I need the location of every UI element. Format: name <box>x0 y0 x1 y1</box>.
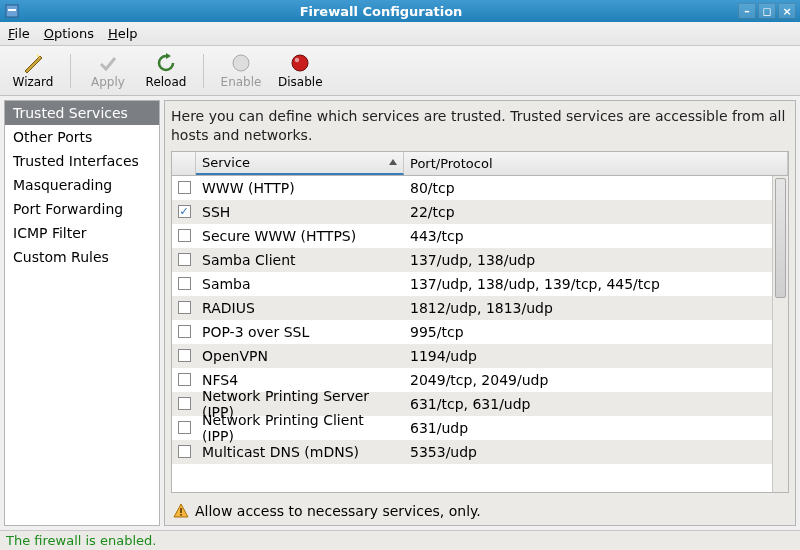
service-port: 137/udp, 138/udp <box>404 252 788 268</box>
service-name: Secure WWW (HTTPS) <box>196 228 404 244</box>
service-port: 5353/udp <box>404 444 788 460</box>
service-checkbox[interactable] <box>178 373 191 386</box>
reload-label: Reload <box>146 75 187 89</box>
service-port: 631/tcp, 631/udp <box>404 396 788 412</box>
enable-label: Enable <box>221 75 262 89</box>
service-name: Samba <box>196 276 404 292</box>
status-text: The firewall is enabled. <box>6 533 156 548</box>
service-checkbox[interactable] <box>178 301 191 314</box>
service-name: Network Printing Client (IPP) <box>196 412 404 444</box>
table-row[interactable]: ✓SSH22/tcp <box>172 200 788 224</box>
disable-icon <box>289 52 311 74</box>
menu-file[interactable]: File <box>8 26 30 41</box>
menu-options[interactable]: Options <box>44 26 94 41</box>
service-checkbox[interactable] <box>178 253 191 266</box>
window-titlebar: Firewall Configuration – ◻ × <box>0 0 800 22</box>
service-name: WWW (HTTP) <box>196 180 404 196</box>
minimize-button[interactable]: – <box>738 3 756 19</box>
service-name: Multicast DNS (mDNS) <box>196 444 404 460</box>
toolbar: Wizard Apply Reload Enable Disable <box>0 46 800 96</box>
table-row[interactable]: Multicast DNS (mDNS)5353/udp <box>172 440 788 464</box>
reload-icon <box>155 52 177 74</box>
apply-icon <box>97 52 119 74</box>
menu-help[interactable]: Help <box>108 26 138 41</box>
hint-text: Allow access to necessary services, only… <box>195 503 481 519</box>
sidebar-item-port-forwarding[interactable]: Port Forwarding <box>5 197 159 221</box>
apply-button: Apply <box>83 49 133 93</box>
disable-button[interactable]: Disable <box>274 49 327 93</box>
service-checkbox[interactable] <box>178 229 191 242</box>
service-port: 137/udp, 138/udp, 139/tcp, 445/tcp <box>404 276 788 292</box>
window-title: Firewall Configuration <box>24 4 738 19</box>
service-checkbox[interactable] <box>178 277 191 290</box>
service-checkbox[interactable]: ✓ <box>178 205 191 218</box>
service-port: 22/tcp <box>404 204 788 220</box>
service-port: 995/tcp <box>404 324 788 340</box>
service-port: 2049/tcp, 2049/udp <box>404 372 788 388</box>
table-row[interactable]: OpenVPN1194/udp <box>172 344 788 368</box>
warning-icon <box>173 503 189 519</box>
close-button[interactable]: × <box>778 3 796 19</box>
apply-label: Apply <box>91 75 125 89</box>
toolbar-separator <box>203 54 204 88</box>
service-checkbox[interactable] <box>178 181 191 194</box>
table-row[interactable]: WWW (HTTP)80/tcp <box>172 176 788 200</box>
table-body: WWW (HTTP)80/tcp✓SSH22/tcpSecure WWW (HT… <box>172 176 788 492</box>
wizard-icon <box>22 52 44 74</box>
svg-point-7 <box>295 58 299 62</box>
toolbar-separator <box>70 54 71 88</box>
col-header-checkbox[interactable] <box>172 152 196 175</box>
panel-hint: Allow access to necessary services, only… <box>171 499 789 519</box>
sidebar-item-other-ports[interactable]: Other Ports <box>5 125 159 149</box>
table-row[interactable]: Samba Client137/udp, 138/udp <box>172 248 788 272</box>
panel-description: Here you can define which services are t… <box>171 107 789 145</box>
svg-point-5 <box>233 55 249 71</box>
vertical-scrollbar[interactable] <box>772 176 788 492</box>
maximize-button[interactable]: ◻ <box>758 3 776 19</box>
enable-icon <box>230 52 252 74</box>
menubar: File Options Help <box>0 22 800 46</box>
table-row[interactable]: RADIUS1812/udp, 1813/udp <box>172 296 788 320</box>
scrollbar-thumb[interactable] <box>775 178 786 298</box>
col-header-service[interactable]: Service <box>196 152 404 175</box>
service-port: 80/tcp <box>404 180 788 196</box>
service-checkbox[interactable] <box>178 325 191 338</box>
wizard-button[interactable]: Wizard <box>8 49 58 93</box>
app-icon <box>4 3 20 19</box>
sidebar-item-masquerading[interactable]: Masquerading <box>5 173 159 197</box>
reload-button[interactable]: Reload <box>141 49 191 93</box>
table-row[interactable]: Samba137/udp, 138/udp, 139/tcp, 445/tcp <box>172 272 788 296</box>
service-checkbox[interactable] <box>178 445 191 458</box>
service-name: Samba Client <box>196 252 404 268</box>
table-header: Service Port/Protocol <box>172 152 788 176</box>
sidebar-item-custom-rules[interactable]: Custom Rules <box>5 245 159 269</box>
service-name: SSH <box>196 204 404 220</box>
table-row[interactable]: Network Printing Client (IPP)631/udp <box>172 416 788 440</box>
col-header-port[interactable]: Port/Protocol <box>404 152 788 175</box>
svg-rect-9 <box>180 508 182 513</box>
service-name: NFS4 <box>196 372 404 388</box>
sort-ascending-icon <box>389 159 397 165</box>
service-name: OpenVPN <box>196 348 404 364</box>
svg-rect-1 <box>8 9 16 11</box>
service-port: 1812/udp, 1813/udp <box>404 300 788 316</box>
disable-label: Disable <box>278 75 323 89</box>
table-row[interactable]: Secure WWW (HTTPS)443/tcp <box>172 224 788 248</box>
sidebar-item-trusted-services[interactable]: Trusted Services <box>5 101 159 125</box>
main-panel: Here you can define which services are t… <box>164 100 796 526</box>
service-name: POP-3 over SSL <box>196 324 404 340</box>
service-port: 443/tcp <box>404 228 788 244</box>
sidebar-item-icmp-filter[interactable]: ICMP Filter <box>5 221 159 245</box>
svg-rect-10 <box>180 514 182 516</box>
service-checkbox[interactable] <box>178 349 191 362</box>
sidebar: Trusted ServicesOther PortsTrusted Inter… <box>4 100 160 526</box>
svg-marker-4 <box>166 53 171 59</box>
enable-button: Enable <box>216 49 266 93</box>
service-checkbox[interactable] <box>178 397 191 410</box>
sidebar-item-trusted-interfaces[interactable]: Trusted Interfaces <box>5 149 159 173</box>
service-checkbox[interactable] <box>178 421 191 434</box>
service-port: 1194/udp <box>404 348 788 364</box>
service-port: 631/udp <box>404 420 788 436</box>
service-name: RADIUS <box>196 300 404 316</box>
table-row[interactable]: POP-3 over SSL995/tcp <box>172 320 788 344</box>
